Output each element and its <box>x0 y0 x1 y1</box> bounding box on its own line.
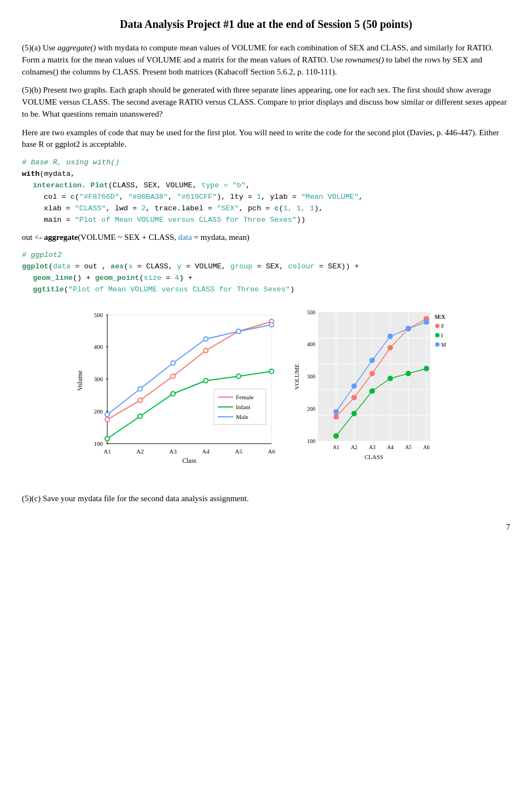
page-number: 7 <box>22 521 510 533</box>
svg-text:400: 400 <box>94 343 103 350</box>
svg-text:100: 100 <box>94 440 103 447</box>
svg-text:300: 300 <box>307 374 315 380</box>
svg-point-84 <box>369 358 375 363</box>
svg-point-79 <box>388 376 393 381</box>
page-title: Data Analysis Project #1 due at the end … <box>22 16 510 32</box>
svg-text:A3: A3 <box>369 444 375 450</box>
svg-point-38 <box>269 323 274 327</box>
svg-text:300: 300 <box>94 376 103 382</box>
svg-point-24 <box>204 348 208 353</box>
svg-point-29 <box>171 392 175 396</box>
svg-point-70 <box>333 414 339 420</box>
part-a-text: (5)(a) Use aggregate() with mydata to co… <box>22 42 510 78</box>
svg-point-86 <box>406 326 411 331</box>
ggplot-chart: VOLUME 100 200 300 400 500 A1 A2 A3 A4 A… <box>293 307 458 476</box>
svg-point-85 <box>388 334 393 339</box>
svg-text:A1: A1 <box>103 448 111 455</box>
svg-point-73 <box>388 345 393 351</box>
svg-text:A6: A6 <box>268 448 275 455</box>
svg-text:CLASS: CLASS <box>365 453 383 460</box>
svg-text:VOLUME: VOLUME <box>293 364 300 389</box>
svg-point-78 <box>369 388 375 394</box>
svg-point-36 <box>204 337 208 341</box>
svg-point-32 <box>269 369 274 374</box>
base-r-chart: Volume 100 200 300 400 500 A1 <box>74 307 288 476</box>
svg-point-33 <box>105 412 109 417</box>
svg-text:Volume: Volume <box>76 370 84 391</box>
svg-text:500: 500 <box>307 309 315 315</box>
svg-point-89 <box>435 324 440 328</box>
svg-point-81 <box>424 366 429 371</box>
svg-text:A1: A1 <box>333 444 339 450</box>
svg-point-87 <box>424 319 429 325</box>
part-c-text: (5)(c) Save your mydata file for the sec… <box>22 493 510 505</box>
svg-text:SEX: SEX <box>435 314 446 320</box>
svg-text:Class: Class <box>182 457 196 464</box>
svg-point-23 <box>171 374 175 378</box>
svg-text:A6: A6 <box>423 444 430 450</box>
aggregate-line: out <- aggregate(VOLUME ~ SEX + CLASS, d… <box>22 232 510 244</box>
svg-text:Infant: Infant <box>236 404 250 410</box>
svg-point-76 <box>333 433 339 439</box>
svg-point-34 <box>138 387 142 391</box>
svg-point-28 <box>138 414 142 418</box>
svg-text:A5: A5 <box>235 448 242 455</box>
svg-text:A4: A4 <box>202 448 210 455</box>
svg-point-77 <box>351 411 357 416</box>
svg-text:F: F <box>441 323 444 329</box>
svg-rect-46 <box>318 312 430 441</box>
svg-text:400: 400 <box>307 341 315 347</box>
svg-text:A3: A3 <box>169 448 177 455</box>
svg-text:200: 200 <box>307 406 315 412</box>
svg-text:I: I <box>441 332 443 338</box>
svg-text:A4: A4 <box>387 444 394 450</box>
svg-text:200: 200 <box>94 408 103 415</box>
svg-point-93 <box>435 342 440 347</box>
svg-point-30 <box>204 378 208 383</box>
svg-text:A2: A2 <box>351 444 357 450</box>
svg-point-21 <box>105 417 109 422</box>
svg-text:A2: A2 <box>136 448 143 455</box>
svg-point-31 <box>236 374 241 378</box>
svg-text:M: M <box>441 342 446 348</box>
part-b-text: (5)(b) Present two graphs. Each graph sh… <box>22 84 510 120</box>
example-intro-text: Here are two examples of code that may b… <box>22 127 510 151</box>
svg-point-37 <box>236 329 241 334</box>
svg-point-72 <box>369 371 375 376</box>
code-block-base-r: # base R, using with() with(mydata, inte… <box>22 157 510 226</box>
svg-text:A5: A5 <box>405 444 412 450</box>
svg-point-35 <box>171 361 175 365</box>
svg-text:500: 500 <box>94 312 103 318</box>
charts-row: Volume 100 200 300 400 500 A1 <box>22 307 510 476</box>
svg-point-22 <box>138 398 142 403</box>
svg-point-71 <box>351 395 357 400</box>
svg-text:Female: Female <box>236 394 253 400</box>
code-block-ggplot: # ggplot2 ggplot(data = out , aes(x = CL… <box>22 250 510 296</box>
svg-point-91 <box>435 333 440 337</box>
svg-text:Male: Male <box>236 414 248 420</box>
svg-point-27 <box>105 437 109 441</box>
svg-point-82 <box>333 409 339 415</box>
svg-text:100: 100 <box>307 438 315 444</box>
svg-point-83 <box>351 383 357 389</box>
svg-point-80 <box>406 371 411 376</box>
